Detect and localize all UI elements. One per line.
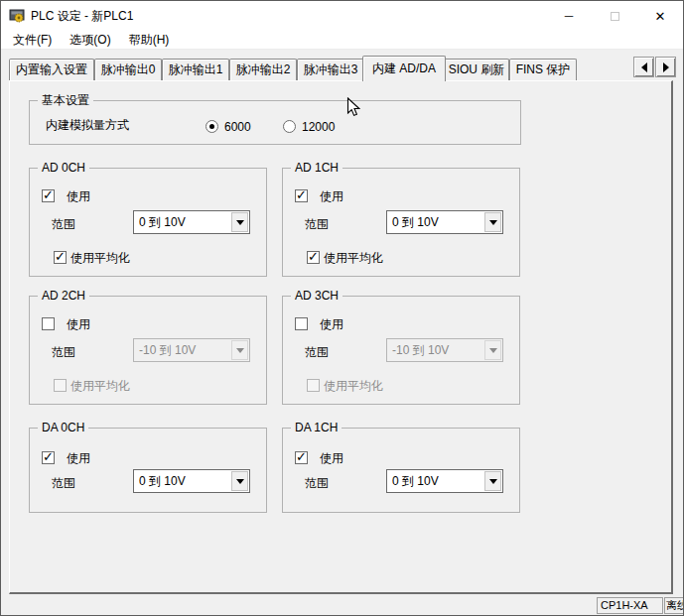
dropdown-button[interactable] bbox=[484, 212, 501, 232]
average-checkbox: ✓ bbox=[54, 379, 67, 392]
tab-siou-refresh[interactable]: SIOU 刷新 bbox=[444, 59, 509, 80]
tab-scroll-right-button[interactable] bbox=[655, 57, 676, 77]
range-combobox: -10 到 10V bbox=[133, 338, 250, 362]
range-combobox[interactable]: 0 到 10V bbox=[386, 469, 503, 493]
tab-builtin-input[interactable]: 内置输入设置 bbox=[9, 59, 94, 80]
average-label: 使用平均化 bbox=[324, 380, 383, 393]
range-label: 范围 bbox=[305, 477, 329, 490]
dropdown-button[interactable] bbox=[231, 471, 248, 491]
group-ad-1ch: AD 1CH ✓ 使用 范围 0 到 10V ✓ 使用平均化 bbox=[282, 168, 520, 277]
plc-settings-icon bbox=[9, 8, 25, 24]
arrow-right-icon bbox=[663, 62, 669, 72]
chevron-down-icon bbox=[489, 479, 497, 488]
dropdown-button bbox=[231, 340, 248, 360]
range-combobox[interactable]: 0 到 10V bbox=[133, 210, 250, 234]
average-label: 使用平均化 bbox=[324, 252, 383, 265]
dropdown-button[interactable] bbox=[231, 212, 248, 232]
chevron-down-icon bbox=[236, 479, 244, 488]
average-checkbox[interactable]: ✓ bbox=[307, 251, 320, 264]
close-button[interactable]: ✕ bbox=[637, 1, 683, 31]
range-value: -10 到 10V bbox=[139, 339, 196, 361]
menu-help[interactable]: 帮助(H) bbox=[120, 30, 179, 51]
group-ad-0ch: AD 0CH ✓ 使用 范围 0 到 10V ✓ 使用平均化 bbox=[29, 168, 267, 277]
window-title: PLC 设定 - 新PLC1 bbox=[31, 1, 133, 31]
use-checkbox[interactable]: ✓ bbox=[295, 189, 308, 202]
arrow-left-icon bbox=[641, 62, 647, 72]
group-title: AD 1CH bbox=[291, 161, 342, 175]
use-label: 使用 bbox=[320, 452, 343, 465]
average-checkbox[interactable]: ✓ bbox=[54, 251, 67, 264]
status-connection: 离线 bbox=[664, 597, 684, 614]
title-bar: PLC 设定 - 新PLC1 ─ ✕ bbox=[1, 1, 683, 31]
chevron-down-icon bbox=[489, 348, 497, 357]
use-label: 使用 bbox=[320, 318, 343, 331]
menu-bar: 文件(F) 选项(O) 帮助(H) bbox=[1, 31, 683, 50]
group-title: 基本设置 bbox=[38, 93, 93, 107]
range-label: 范围 bbox=[52, 477, 75, 490]
group-title: AD 2CH bbox=[38, 289, 89, 303]
range-label: 范围 bbox=[305, 218, 329, 231]
tab-pulse-output-0[interactable]: 脉冲输出0 bbox=[94, 59, 162, 80]
tab-scroll-left-button[interactable] bbox=[633, 57, 654, 77]
tab-pulse-output-1[interactable]: 脉冲输出1 bbox=[162, 59, 229, 80]
group-ad-2ch: AD 2CH ✓ 使用 范围 -10 到 10V ✓ 使用平均化 bbox=[29, 296, 267, 405]
range-value: 0 到 10V bbox=[392, 470, 439, 492]
tab-fins-protect[interactable]: FINS 保护 bbox=[509, 59, 577, 80]
chevron-down-icon bbox=[236, 348, 244, 357]
average-label: 使用平均化 bbox=[70, 380, 130, 393]
average-checkbox: ✓ bbox=[307, 379, 320, 392]
group-title: AD 3CH bbox=[291, 289, 342, 303]
group-ad-3ch: AD 3CH ✓ 使用 范围 -10 到 10V ✓ 使用平均化 bbox=[282, 296, 520, 405]
maximize-icon bbox=[611, 12, 619, 21]
maximize-button bbox=[592, 1, 637, 31]
range-value: 0 到 10V bbox=[392, 211, 439, 233]
menu-file[interactable]: 文件(F) bbox=[4, 30, 61, 51]
range-label: 范围 bbox=[52, 218, 75, 231]
check-icon: ✓ bbox=[43, 187, 54, 202]
range-value: -10 到 10V bbox=[392, 339, 449, 361]
chevron-down-icon bbox=[489, 220, 497, 229]
check-icon: ✓ bbox=[308, 249, 319, 264]
radio-mode-6000-label: 6000 bbox=[224, 121, 251, 134]
minimize-button[interactable]: ─ bbox=[546, 1, 592, 31]
use-label: 使用 bbox=[67, 190, 90, 203]
range-combobox[interactable]: 0 到 10V bbox=[133, 469, 250, 493]
tab-pulse-output-2[interactable]: 脉冲输出2 bbox=[229, 59, 297, 80]
use-checkbox[interactable]: ✓ bbox=[295, 451, 308, 464]
use-label: 使用 bbox=[67, 452, 90, 465]
use-label: 使用 bbox=[67, 318, 90, 331]
check-icon: ✓ bbox=[296, 449, 307, 464]
plc-settings-window: PLC 设定 - 新PLC1 ─ ✕ 文件(F) 选项(O) 帮助(H) 内置输… bbox=[0, 0, 684, 616]
radio-mode-12000-label: 12000 bbox=[302, 121, 335, 134]
tab-pulse-output-3[interactable]: 脉冲输出3 bbox=[297, 59, 364, 80]
mouse-cursor bbox=[346, 97, 360, 118]
dropdown-button bbox=[484, 340, 501, 360]
tab-strip: 内置输入设置 脉冲输出0 脉冲输出1 脉冲输出2 脉冲输出3 内建 AD/DA … bbox=[9, 56, 577, 80]
use-checkbox[interactable]: ✓ bbox=[42, 451, 55, 464]
radio-mode-12000[interactable] bbox=[283, 120, 296, 133]
group-title: DA 0CH bbox=[38, 421, 88, 434]
use-checkbox[interactable]: ✓ bbox=[42, 317, 55, 330]
average-label: 使用平均化 bbox=[70, 252, 130, 265]
range-combobox[interactable]: 0 到 10V bbox=[386, 210, 503, 234]
use-checkbox[interactable]: ✓ bbox=[295, 317, 308, 330]
use-checkbox[interactable]: ✓ bbox=[42, 189, 55, 202]
range-value: 0 到 10V bbox=[139, 470, 186, 492]
range-value: 0 到 10V bbox=[139, 211, 186, 233]
check-icon: ✓ bbox=[55, 249, 66, 264]
group-basic-settings: 基本设置 内建模拟量方式 6000 12000 bbox=[29, 100, 521, 145]
group-title: DA 1CH bbox=[291, 421, 342, 434]
tab-scroll-buttons bbox=[632, 57, 676, 77]
analog-mode-label: 内建模拟量方式 bbox=[46, 119, 129, 132]
dropdown-button[interactable] bbox=[484, 471, 501, 491]
range-label: 范围 bbox=[305, 346, 329, 359]
use-label: 使用 bbox=[320, 190, 343, 203]
group-da-1ch: DA 1CH ✓ 使用 范围 0 到 10V bbox=[282, 428, 520, 513]
menu-options[interactable]: 选项(O) bbox=[61, 30, 119, 51]
tab-builtin-ad-da[interactable]: 内建 AD/DA bbox=[362, 56, 446, 81]
range-label: 范围 bbox=[52, 346, 75, 359]
check-icon: ✓ bbox=[296, 187, 307, 202]
radio-mode-6000[interactable] bbox=[205, 120, 218, 133]
range-combobox: -10 到 10V bbox=[386, 338, 503, 362]
close-icon: ✕ bbox=[655, 9, 666, 24]
